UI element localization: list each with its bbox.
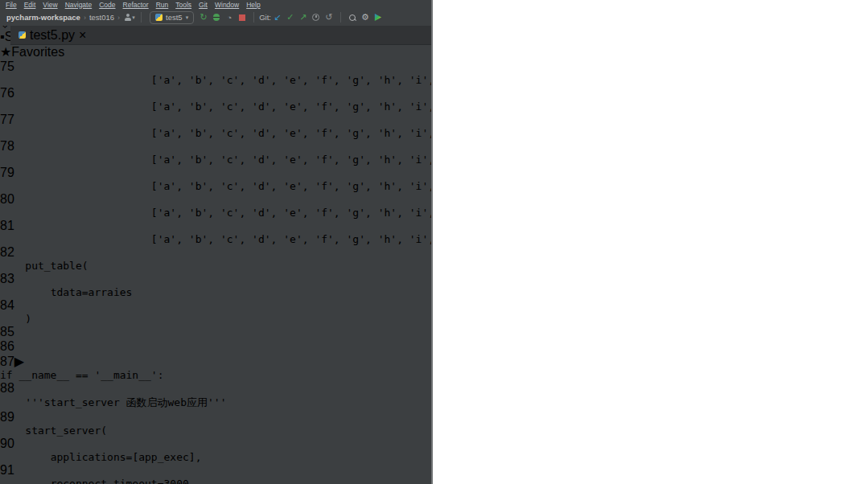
code-token: 'f'	[315, 74, 333, 86]
code-text: '''start_server 函数启动web应用'''	[0, 396, 431, 410]
code-token	[183, 233, 189, 245]
code-token	[245, 233, 252, 245]
run-button[interactable]: ↻	[197, 11, 210, 24]
code-token	[403, 154, 409, 166]
code-token	[372, 127, 378, 139]
code-text: ['a', 'b', 'c', 'd', 'e', 'f', 'g', 'h',…	[0, 180, 431, 192]
code-line-89: 89 start_server(	[0, 410, 431, 437]
tab-test5py[interactable]: test5.py ×	[10, 26, 93, 44]
code-token: )	[0, 313, 31, 325]
menu-code[interactable]: Code	[96, 1, 118, 9]
coverage-button[interactable]: ◔	[223, 11, 236, 24]
debug-button[interactable]	[210, 11, 223, 24]
code-token	[372, 100, 378, 113]
code-token: ,	[334, 233, 340, 245]
code-token: :	[158, 369, 164, 381]
search-icon[interactable]	[346, 11, 359, 24]
code-token	[0, 478, 51, 484]
code-token: [	[0, 233, 158, 245]
menu-help[interactable]: Help	[243, 1, 263, 9]
code-token: ],	[189, 451, 202, 463]
favorites-icon: ★	[0, 45, 11, 59]
tool-window-label: Favorites	[11, 45, 64, 59]
code-line-80: 80 ['a', 'b', 'c', 'd', 'e', 'f', 'g', '…	[0, 192, 431, 219]
code-token: ,	[397, 100, 403, 113]
line-number: 87	[0, 355, 14, 368]
rollback-icon[interactable]: ↺	[323, 11, 335, 24]
line-number: 90	[0, 437, 14, 450]
user-icon[interactable]: ▾	[123, 11, 136, 24]
code-token: ,	[365, 100, 372, 113]
code-token: 'a'	[158, 154, 176, 166]
run-line-icon[interactable]: ▶	[14, 355, 24, 368]
code-token: 'a'	[158, 207, 176, 219]
menu-tools[interactable]: Tools	[172, 1, 195, 9]
breadcrumb-separator: ›	[84, 14, 86, 22]
code-line-75: 75 ['a', 'b', 'c', 'd', 'e', 'f', 'g', '…	[0, 59, 431, 86]
git-commit-icon[interactable]: ✓	[284, 11, 297, 24]
python-icon	[155, 14, 162, 21]
code-token	[214, 207, 220, 219]
code-token: [	[0, 207, 158, 219]
code-token: ,	[208, 74, 214, 86]
code-token	[403, 207, 409, 219]
code-token: ,	[189, 478, 195, 484]
menu-navigate[interactable]: Navigate	[62, 1, 96, 9]
code-token: __name__ ==	[19, 369, 94, 381]
stop-button[interactable]	[236, 11, 249, 24]
menu-edit[interactable]: Edit	[21, 1, 39, 9]
code-token: (	[101, 425, 107, 437]
code-token: 'g'	[347, 207, 365, 219]
code-token: 'b'	[189, 100, 208, 113]
breadcrumb-project[interactable]: pycharm-workspace	[6, 13, 80, 22]
menu-view[interactable]: View	[39, 1, 60, 9]
code-token: 'd'	[252, 127, 270, 139]
code-token: ,	[365, 180, 372, 192]
code-token: [	[0, 100, 158, 113]
close-icon[interactable]: ×	[79, 28, 86, 43]
code-token	[403, 74, 409, 86]
code-token	[372, 207, 378, 219]
settings-gear-icon[interactable]: ⚙	[359, 11, 372, 24]
code-token	[340, 127, 347, 139]
code-token: ,	[176, 207, 183, 219]
menu-git[interactable]: Git	[195, 1, 211, 9]
code-token: ,	[334, 74, 340, 86]
code-token: 'e'	[283, 154, 302, 166]
code-line-86: 86	[0, 339, 431, 354]
code-token: ,	[428, 100, 433, 113]
colored-play-icon[interactable]	[372, 11, 385, 24]
code-token	[340, 154, 347, 166]
code-token: 'h'	[378, 180, 397, 192]
menu-refactor[interactable]: Refactor	[120, 1, 152, 9]
menu-window[interactable]: Window	[212, 1, 242, 9]
code-token: 'i'	[409, 154, 428, 166]
tab-label: test5.py	[30, 28, 75, 43]
code-text: ['a', 'b', 'c', 'd', 'e', 'f', 'g', 'h',…	[0, 207, 431, 219]
menu-file[interactable]: File	[2, 1, 20, 9]
breadcrumb-folder[interactable]: test016	[89, 13, 114, 22]
code-token: ,	[334, 127, 340, 139]
code-token	[340, 74, 347, 86]
code-token: 'a'	[158, 180, 176, 192]
code-token: ,	[397, 127, 403, 139]
sidebar-item-favorites[interactable]: ★Favorites	[0, 44, 431, 59]
code-editor[interactable]: 75 ['a', 'b', 'c', 'd', 'e', 'f', 'g', '…	[0, 59, 431, 484]
code-token: 'h'	[378, 100, 397, 113]
code-token	[403, 180, 409, 192]
code-token: ,	[428, 233, 433, 245]
code-token: 'b'	[189, 233, 208, 245]
menu-run[interactable]: Run	[153, 1, 172, 9]
line-number: 83	[0, 272, 14, 285]
code-token: ,	[302, 127, 309, 139]
git-label: Git:	[259, 13, 271, 22]
code-token: 'c'	[220, 154, 239, 166]
git-push-icon[interactable]: ↗	[297, 11, 310, 24]
run-config-selector[interactable]: test5 ▾	[150, 11, 194, 24]
code-token: 'd'	[252, 233, 270, 245]
line-number: 76	[0, 86, 14, 100]
code-token: 'd'	[252, 207, 270, 219]
git-update-icon[interactable]: ↙	[271, 11, 284, 24]
history-icon[interactable]	[310, 11, 323, 24]
code-token: ,	[365, 207, 372, 219]
